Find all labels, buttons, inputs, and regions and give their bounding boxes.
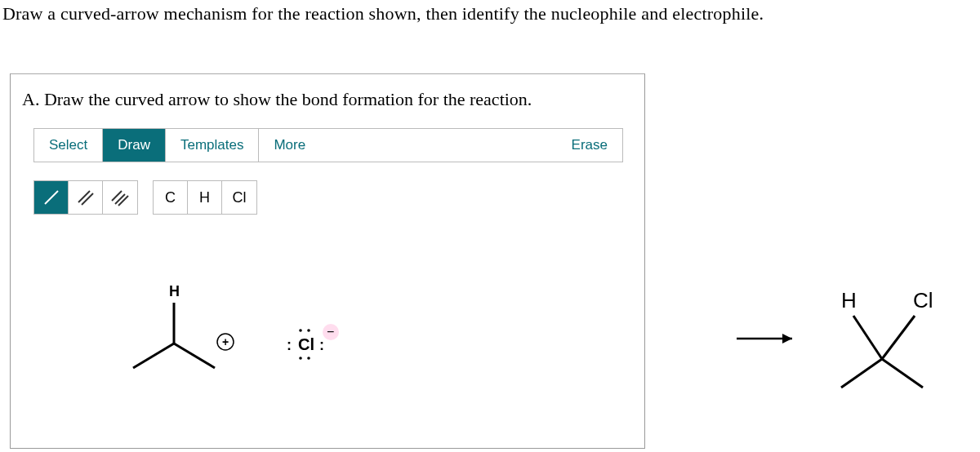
svg-line-2 (82, 193, 93, 205)
triple-bond-tool[interactable] (103, 181, 137, 214)
svg-line-17 (841, 359, 882, 388)
templates-tab[interactable]: Templates (166, 129, 259, 162)
svg-line-5 (118, 196, 128, 206)
carbon-tool[interactable]: C (154, 181, 188, 214)
reaction-arrow (735, 326, 800, 351)
svg-point-10 (299, 329, 302, 332)
part-a-label: A. Draw the curved arrow to show the bon… (11, 74, 644, 110)
erase-button[interactable]: Erase (557, 129, 622, 162)
draw-tab[interactable]: Draw (103, 129, 166, 162)
reactant-structure: H + Cl : : − (11, 229, 419, 433)
chloride-charge: − (327, 325, 334, 339)
svg-line-18 (882, 359, 923, 388)
element-tool-group: C H Cl (153, 180, 257, 215)
chlorine-tool[interactable]: Cl (222, 181, 256, 214)
svg-line-7 (174, 343, 215, 368)
triple-bond-icon (110, 188, 130, 207)
svg-line-0 (45, 191, 58, 204)
secondary-toolbar: C H Cl (33, 180, 257, 215)
svg-marker-16 (782, 334, 792, 343)
more-tab[interactable]: More (259, 129, 320, 162)
svg-line-1 (78, 191, 90, 202)
double-bond-icon (76, 188, 96, 207)
toolbar-spacer (320, 129, 556, 162)
single-bond-icon (42, 188, 61, 207)
svg-point-13 (307, 357, 310, 360)
chloride-lone-pair-right: : (319, 337, 324, 353)
reactant-h-label: H (169, 283, 180, 299)
svg-point-12 (299, 357, 302, 360)
drawing-panel: A. Draw the curved arrow to show the bon… (10, 73, 645, 449)
question-text: Draw a curved-arrow mechanism for the re… (0, 0, 980, 24)
svg-point-11 (307, 329, 310, 332)
product-h-label: H (841, 288, 857, 312)
chloride-label: Cl (298, 335, 314, 353)
double-bond-tool[interactable] (69, 181, 103, 214)
chloride-lone-pair-left: : (287, 337, 292, 353)
single-bond-tool[interactable] (34, 181, 69, 214)
svg-line-19 (853, 316, 882, 359)
main-toolbar: Select Draw Templates More Erase (33, 128, 623, 162)
drawing-canvas[interactable]: H + Cl : : − (11, 229, 644, 448)
select-tab[interactable]: Select (34, 129, 103, 162)
hydrogen-tool[interactable]: H (188, 181, 222, 214)
bond-tool-group (33, 180, 138, 215)
svg-line-6 (133, 343, 174, 368)
svg-line-20 (882, 316, 915, 359)
product-structure: H Cl (817, 281, 964, 412)
carbocation-charge: + (222, 335, 229, 348)
product-cl-label: Cl (913, 288, 933, 312)
